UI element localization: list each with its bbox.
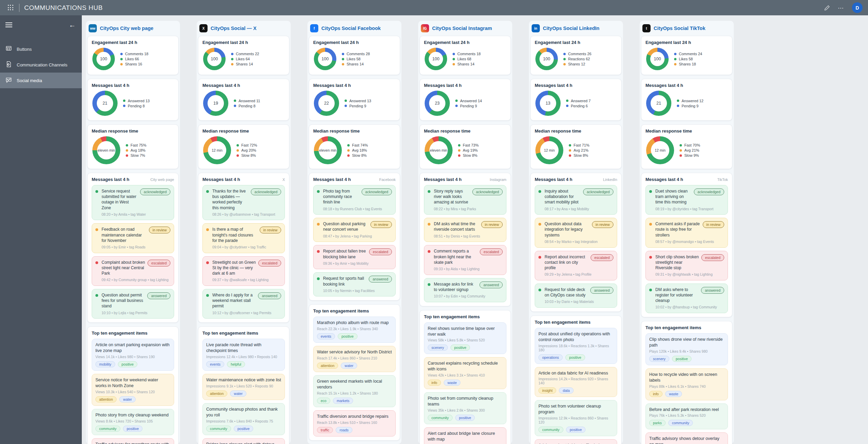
user-avatar[interactable]: D (852, 2, 863, 13)
menu-hamburger-icon[interactable] (5, 21, 12, 29)
message-item[interactable]: Report about incorrect contact link on c… (535, 251, 617, 280)
tag-chips: scenerypositive (428, 345, 503, 351)
message-item[interactable]: Is there a map of tonight's road closure… (202, 223, 285, 253)
tag-chip[interactable]: parks (649, 420, 666, 426)
sidebar-item-social-media[interactable]: Social media (0, 73, 82, 88)
tag-chip[interactable]: community (428, 415, 453, 421)
message-item[interactable]: Thanks for the live bus updates — worked… (202, 185, 285, 220)
message-item[interactable]: Service request submitted for water outa… (92, 185, 174, 220)
tag-chip[interactable]: positive (566, 427, 586, 433)
sidebar-item-buttons[interactable]: Buttons (0, 41, 82, 57)
engagement-item[interactable]: Advisory about bridge traffic during wor… (535, 439, 617, 444)
more-options-icon[interactable]: … (838, 5, 844, 11)
tag-chip[interactable]: community (668, 420, 693, 426)
status-dot (317, 250, 320, 253)
tag-chip[interactable]: positive (565, 354, 585, 361)
app-launcher-icon[interactable] (5, 3, 16, 13)
engagement-item[interactable]: Photo story from city cleanup weekendVie… (92, 409, 174, 435)
messages-donut-card: Messages last 4 h19Answered 11Pending 8 (198, 79, 289, 121)
engagement-item[interactable]: Before and after park restoration reelPl… (645, 403, 728, 430)
message-item[interactable]: Report about fallen tree blocking bike l… (313, 245, 396, 269)
tag-chip[interactable]: data (559, 387, 573, 394)
engagement-item[interactable]: Alert card about bridge lane closure wit… (424, 427, 506, 444)
tag-chip[interactable]: events (317, 333, 335, 339)
message-item[interactable]: Request for sports hall booking linkansw… (313, 272, 396, 296)
engagement-item[interactable]: Traffic diversion around bridge repairsR… (313, 410, 396, 437)
engagement-item[interactable]: Photo set from volunteer cleanup program… (535, 400, 617, 436)
tag-chip[interactable]: scenery (649, 356, 669, 362)
tag-chip[interactable]: operations (538, 354, 563, 361)
tag-chip[interactable]: water (230, 391, 246, 397)
message-item[interactable]: Request for slide deck on CityOps case s… (535, 284, 617, 308)
engagement-item[interactable]: Clip shows drone view of new riverside p… (645, 333, 728, 365)
tag-chip[interactable]: positive (672, 356, 692, 362)
tag-chip[interactable]: attention (317, 363, 338, 369)
message-item[interactable]: DM asks where to register for volunteer … (645, 284, 728, 313)
message-item[interactable]: Inquiry about collaboration for smart mo… (535, 185, 617, 215)
tag-chip[interactable]: positive (118, 361, 138, 367)
message-item[interactable]: Comment asks if parade route is step fre… (645, 218, 728, 247)
tag-chip[interactable]: scenery (428, 345, 448, 351)
message-item[interactable]: Story reply says river walk looks amazin… (424, 185, 506, 215)
tag-chip[interactable]: events (206, 361, 224, 367)
engagement-item[interactable]: Reel shows sunrise time lapse over river… (424, 322, 506, 354)
message-item[interactable]: Question about permit fees for small bus… (92, 289, 174, 319)
donut-chart: 13 (535, 91, 561, 116)
message-item[interactable]: Question about data integration for lega… (535, 218, 617, 247)
engagement-item[interactable]: Marathon photo album with route mapReach… (313, 317, 396, 343)
engagement-item[interactable]: Carousel explains recycling schedule wit… (424, 357, 506, 389)
tag-chip[interactable]: roads (336, 427, 352, 433)
engagement-item[interactable]: Photo set from community cleanup teamsVi… (424, 392, 506, 424)
engagement-item[interactable]: Green weekend markets with local vendors… (313, 375, 396, 407)
message-item[interactable]: DM asks what time the riverside concert … (424, 218, 506, 242)
collapse-back-arrow-icon[interactable]: ← (69, 21, 76, 28)
tag-chip[interactable]: waste (444, 380, 460, 386)
tag-chip[interactable]: attention (206, 391, 227, 397)
message-item[interactable]: Message asks for link to volunteer signu… (424, 278, 506, 302)
engagement-item[interactable]: Service notice for weekend water works i… (92, 374, 174, 406)
tag-chip[interactable]: community (206, 426, 231, 432)
tag-chip[interactable]: eco (317, 398, 330, 404)
message-item[interactable]: Complaint about broken street light near… (92, 256, 174, 286)
tag-chip[interactable]: mobility (95, 361, 115, 367)
tag-chip[interactable]: helpful (227, 361, 245, 367)
engagement-item[interactable]: How to recycle video with on screen labe… (645, 368, 728, 400)
engagement-item[interactable]: Post about unified city operations with … (535, 328, 617, 364)
engagement-item[interactable]: Traffic advisory shows detour overlay on… (645, 432, 728, 444)
engagement-item[interactable]: Live parade route thread with checkpoint… (202, 339, 285, 371)
edit-pencil-icon[interactable] (824, 5, 830, 11)
tag-chip[interactable]: community (538, 427, 563, 433)
tag-chip[interactable]: positive (123, 426, 143, 432)
message-item[interactable]: Feedback on road maintenance calendar fo… (92, 223, 174, 253)
tag-chip[interactable]: water (119, 396, 136, 402)
message-item[interactable]: Duet shows clean tram arriving on time t… (645, 185, 728, 215)
tag-chip[interactable]: info (649, 391, 663, 397)
tag-chip[interactable]: community (95, 426, 120, 432)
engagement-item[interactable]: Traffic advisory for marathon route with… (92, 438, 174, 444)
tag-chip[interactable]: waste (665, 391, 682, 397)
message-item[interactable]: Streetlight out on Green St by the clini… (202, 256, 285, 286)
message-item[interactable]: Where do I apply for a weekend market st… (202, 289, 285, 319)
message-item[interactable]: Question about parking near concert venu… (313, 218, 396, 242)
tag-chip[interactable]: insight (538, 387, 556, 394)
message-item[interactable]: Comment reports a broken light near the … (424, 245, 506, 275)
tag-chip[interactable]: positive (451, 345, 470, 351)
engagement-item[interactable]: Water maintenance notice with zone listI… (202, 374, 285, 400)
tag-chip[interactable]: water (341, 363, 357, 369)
tag-chip[interactable]: attention (95, 396, 117, 402)
tag-chip[interactable]: info (428, 380, 441, 386)
message-item[interactable]: Photo tag from community race finish lin… (313, 185, 396, 215)
tag-chip[interactable]: markets (333, 398, 353, 404)
sidebar-item-communication-channels[interactable]: Communication Channels (0, 57, 82, 73)
engagement-item[interactable]: Article on smart parking expansion with … (92, 339, 174, 371)
engagement-item[interactable]: Water service advisory for North Distric… (313, 346, 396, 372)
tag-chip[interactable]: positive (234, 426, 254, 432)
engagement-item[interactable]: Community cleanup photos and thank you r… (202, 403, 285, 435)
message-item[interactable]: Short clip shows broken streetlight near… (645, 251, 728, 280)
engagement-item[interactable]: Bridge lane closure alert with detour ma… (202, 438, 285, 444)
tag-chip[interactable]: positive (338, 333, 357, 339)
tag-chip[interactable]: positive (455, 415, 475, 421)
engagement-item[interactable]: Article on data fabric for AI readinessI… (535, 367, 617, 397)
tag-chip[interactable]: traffic (317, 427, 333, 433)
card-title: Messages last 4 h (535, 83, 617, 88)
